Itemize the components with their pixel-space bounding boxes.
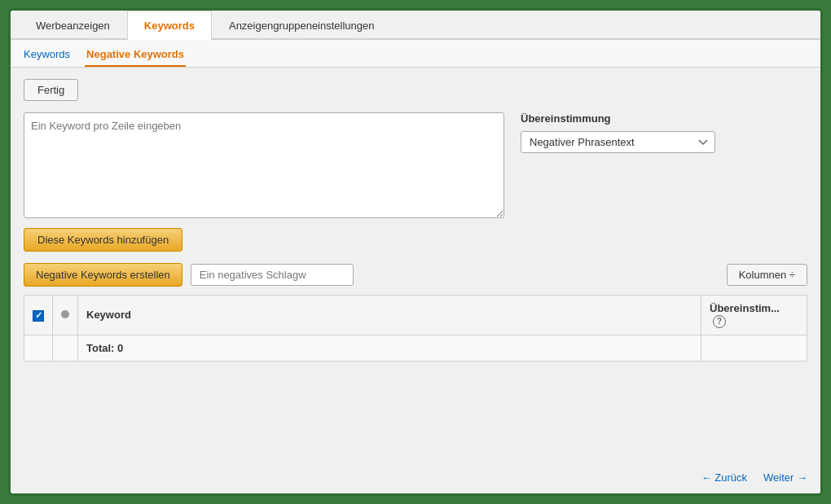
toolbar-row: Negative Keywords erstellen Kolumnen ÷ <box>24 263 807 287</box>
main-content: Fertig Übereinstimmung Negativer Phrasen… <box>11 68 820 462</box>
top-tab-bar: Werbeanzeigen Keywords Anzeigengruppenei… <box>11 11 820 40</box>
back-link[interactable]: ← Zurück <box>701 471 747 484</box>
sub-tab-negative-keywords[interactable]: Negative Keywords <box>85 45 186 67</box>
main-window: Werbeanzeigen Keywords Anzeigengruppenei… <box>8 8 823 496</box>
ubereinstimmung-panel: Übereinstimmung Negativer Phrasentext Ne… <box>521 112 715 153</box>
tab-keywords[interactable]: Keywords <box>127 11 212 40</box>
total-match-cell <box>701 335 807 361</box>
total-label-cell: Total: 0 <box>78 335 701 361</box>
sub-tab-bar: Keywords Negative Keywords <box>11 40 820 68</box>
keyword-input-row: Übereinstimmung Negativer Phrasentext Ne… <box>24 112 807 218</box>
search-input[interactable] <box>191 264 354 286</box>
total-checkbox-cell <box>24 335 53 361</box>
table-header-row: Keyword Übereinstim... ? <box>24 296 807 335</box>
th-match: Übereinstim... ? <box>701 296 807 335</box>
table-total-row: Total: 0 <box>24 335 807 361</box>
match-type-select[interactable]: Negativer Phrasentext Negative exakte Üb… <box>521 131 715 153</box>
status-dot-header <box>61 310 69 318</box>
tab-werbeanzeigen[interactable]: Werbeanzeigen <box>19 11 127 40</box>
tab-anzeigegruppen[interactable]: Anzeigengruppeneinstellungen <box>212 11 392 40</box>
columns-button[interactable]: Kolumnen ÷ <box>727 264 807 286</box>
create-negative-button[interactable]: Negative Keywords erstellen <box>24 263 182 287</box>
th-status <box>53 296 78 335</box>
select-all-checkbox[interactable] <box>33 310 44 322</box>
fertig-button[interactable]: Fertig <box>24 79 78 101</box>
total-status-cell <box>53 335 78 361</box>
match-header-label: Übereinstim... <box>710 302 780 314</box>
help-icon[interactable]: ? <box>713 315 726 328</box>
th-checkbox <box>24 296 53 335</box>
th-keyword: Keyword <box>78 296 701 335</box>
ubereinstimmung-label: Übereinstimmung <box>521 112 715 125</box>
add-keywords-button[interactable]: Diese Keywords hinzufügen <box>24 228 182 252</box>
forward-link[interactable]: Weiter → <box>763 471 807 484</box>
keywords-table: Keyword Übereinstim... ? Total: 0 <box>24 295 807 362</box>
sub-tab-keywords[interactable]: Keywords <box>22 45 72 67</box>
nav-footer: ← Zurück Weiter → <box>11 462 820 493</box>
keyword-textarea[interactable] <box>24 112 504 218</box>
